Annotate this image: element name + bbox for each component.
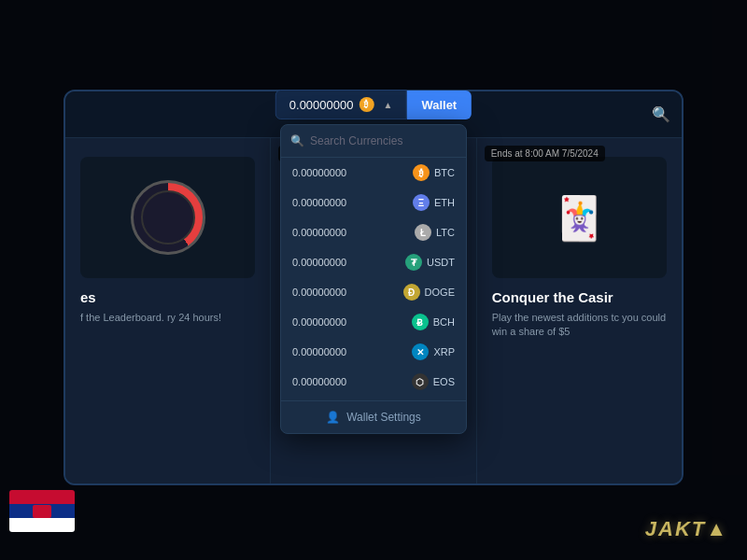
wallet-settings-icon: 👤 [326, 411, 340, 424]
currency-name-wrap-btc: ₿ BTC [413, 164, 455, 181]
currency-list: 0.00000000 ₿ BTC 0.00000000 Ξ ETH 0.0000… [281, 158, 466, 400]
currency-amount-xrp: 0.00000000 [292, 346, 346, 357]
currency-name-wrap-xrp: ✕ XRP [412, 343, 455, 360]
currency-icon-xrp: ✕ [412, 343, 429, 360]
search-currencies-input[interactable] [310, 134, 457, 147]
balance-amount: 0.00000000 [289, 98, 354, 112]
currency-item-ltc[interactable]: 0.00000000 Ł LTC [281, 217, 466, 247]
flag-white-stripe [9, 518, 75, 532]
wallet-trigger: 0.00000000 ₿ ▲ Wallet [275, 90, 472, 119]
currency-amount-usdt: 0.00000000 [292, 257, 346, 268]
currency-item-doge[interactable]: 0.00000000 Ð DOGE [281, 277, 466, 307]
currency-amount-bch: 0.00000000 [292, 316, 346, 328]
currency-name-wrap-eos: ⬡ EOS [412, 373, 455, 390]
currency-name-wrap-bch: Ƀ BCH [412, 314, 455, 330]
currency-code-ltc: LTC [436, 227, 455, 238]
currency-amount-eos: 0.00000000 [292, 376, 346, 387]
flag-emblem [33, 505, 51, 518]
card-title-3: Conquer the Casir [492, 289, 667, 305]
currency-item-eth[interactable]: 0.00000000 Ξ ETH [281, 188, 466, 217]
flag-blue-stripe [9, 504, 75, 518]
search-icon[interactable]: 🔍 [652, 105, 670, 123]
currency-name-wrap-usdt: ₮ USDT [405, 254, 455, 271]
card-title-1: es [80, 289, 255, 305]
currency-amount-doge: 0.00000000 [292, 287, 346, 298]
currency-item-xrp[interactable]: 0.00000000 ✕ XRP [281, 337, 466, 367]
currency-icon-doge: Ð [403, 284, 420, 301]
wallet-settings-row[interactable]: 👤 Wallet Settings [281, 401, 466, 433]
card-3: Ends at 8:00 AM 7/5/2024 🃏 Conquer the C… [477, 138, 682, 483]
currency-name-wrap-eth: Ξ ETH [413, 194, 455, 211]
currency-amount-btc: 0.00000000 [292, 167, 346, 178]
currency-icon-eth: Ξ [413, 194, 430, 211]
currency-item-eos[interactable]: 0.00000000 ⬡ EOS [281, 367, 466, 397]
currency-code-eth: ETH [434, 197, 455, 208]
currency-code-btc: BTC [434, 167, 455, 178]
currency-amount-eth: 0.00000000 [292, 197, 346, 208]
flag-red-stripe [9, 490, 75, 504]
currency-code-doge: DOGE [425, 287, 455, 298]
currency-icon-eos: ⬡ [412, 373, 429, 390]
search-box: 🔍 [281, 125, 466, 158]
logo: JAKT▲ [645, 517, 728, 541]
card-badge-3: Ends at 8:00 AM 7/5/2024 [485, 146, 605, 161]
currency-item-bch[interactable]: 0.00000000 Ƀ BCH [281, 307, 466, 337]
currency-name-wrap-ltc: Ł LTC [415, 224, 455, 241]
chips-icon: 🃏 [553, 193, 605, 243]
clock-icon [131, 180, 205, 255]
currency-code-eos: EOS [433, 376, 455, 387]
card-image-1 [80, 157, 255, 278]
currency-item-btc[interactable]: 0.00000000 ₿ BTC [281, 158, 466, 188]
card-image-3: 🃏 [492, 157, 667, 278]
currency-code-bch: BCH [433, 316, 455, 328]
currency-icon-ltc: Ł [415, 224, 431, 241]
card-desc-3: Play the newest additions tc you could w… [492, 311, 667, 340]
chevron-up-icon: ▲ [383, 100, 392, 110]
currency-icon-usdt: ₮ [405, 254, 422, 271]
flag-badge [9, 490, 75, 532]
currency-icon-btc: ₿ [413, 164, 430, 181]
currency-code-usdt: USDT [427, 257, 455, 268]
currency-name-wrap-doge: Ð DOGE [403, 284, 455, 301]
currency-icon-bch: Ƀ [412, 314, 429, 330]
wallet-settings-label: Wallet Settings [346, 411, 421, 424]
coin-icon: ₿ [359, 97, 374, 112]
search-magnifier-icon: 🔍 [290, 134, 304, 147]
currency-code-xrp: XRP [433, 346, 455, 357]
card-desc-1: f the Leaderboard. ry 24 hours! [80, 311, 255, 325]
balance-pill[interactable]: 0.00000000 ₿ ▲ [275, 90, 407, 119]
card-1: es f the Leaderboard. ry 24 hours! [65, 138, 271, 483]
currency-amount-ltc: 0.00000000 [292, 227, 346, 238]
currency-item-usdt[interactable]: 0.00000000 ₮ USDT [281, 247, 466, 277]
currency-dropdown: 🔍 0.00000000 ₿ BTC 0.00000000 Ξ ETH 0.00… [280, 124, 467, 434]
wallet-button[interactable]: Wallet [406, 91, 472, 119]
